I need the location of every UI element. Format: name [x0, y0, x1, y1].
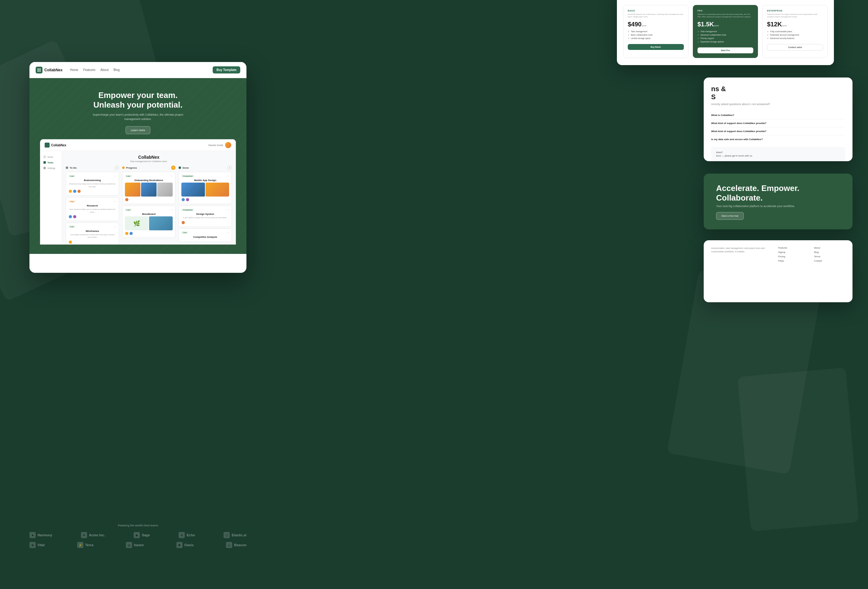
todo-card-3-header: Low ··· — [68, 225, 116, 229]
img-part-3 — [157, 183, 173, 196]
faq-question-2[interactable]: What kind of support does CollabNex prov… — [711, 122, 845, 125]
done-card-2-desc: It just needs to adopt the UI from what … — [182, 216, 229, 219]
main-website-card: CollabNex Home Features About Blog Buy T… — [30, 62, 247, 273]
nav-about[interactable]: About — [100, 68, 108, 72]
todo-add-button[interactable]: + — [115, 165, 119, 170]
logo-icon — [35, 66, 43, 74]
plan-pro-label: Pro — [698, 10, 754, 12]
todo-card-1-menu[interactable]: ··· — [114, 174, 116, 178]
app-main-content: CollabNex Task management for CollabNex … — [62, 151, 236, 245]
todo-card-3-desc: Low fidelity wireframes include the most… — [68, 233, 116, 239]
nav-blog[interactable]: Blog — [114, 68, 120, 72]
done-card-3-title: Competitor Analysis — [182, 236, 229, 238]
faq-contact-box: listed?tions — please get in touch with … — [711, 147, 845, 161]
sidebar-tasks[interactable]: Tasks — [40, 159, 62, 165]
brand-beacon: ◇ Beacon — [226, 542, 247, 548]
faq-item-4[interactable]: Is my data safe and secure with CollabNe… — [711, 136, 845, 143]
acme-name: Acme Inc. — [89, 533, 105, 537]
done-card-2-avatars — [182, 221, 229, 224]
brands-label: Powering the world's best teams — [30, 524, 247, 527]
progress-card-2-header: Low ··· — [125, 208, 173, 211]
footer-pricing-link[interactable]: Pricing — [778, 255, 809, 258]
buy-template-button[interactable]: Buy Template — [213, 66, 240, 74]
faq-section-subtitle: nmonly asked questions about n not answe… — [711, 102, 779, 106]
progress-header: Progress 4 — [122, 165, 176, 170]
hero-section: Empower your team. Unleash your potentia… — [30, 78, 247, 254]
done-card-1: Completed ··· Mobile App Design — [179, 172, 232, 204]
todo-card-2-menu[interactable]: ··· — [114, 200, 116, 203]
buy-basic-button[interactable]: Buy Basic — [628, 44, 684, 50]
nav-home[interactable]: Home — [70, 68, 78, 72]
progress-card-2: Low ··· Moodboard 🌿 — [122, 205, 176, 238]
avatar — [182, 198, 185, 202]
haven-name: haven — [134, 543, 144, 547]
todo-card-1-avatars — [68, 189, 116, 193]
start-pro-button[interactable]: Start Pro — [698, 47, 754, 53]
faq-question-4[interactable]: Is my data safe and secure with CollabNe… — [711, 138, 845, 141]
nav-features[interactable]: Features — [83, 68, 95, 72]
footer-faqs-link[interactable]: FAQs — [778, 260, 809, 262]
plan-pro: Pro Tailored for expanding teams and mid… — [693, 5, 758, 58]
faq-item-1[interactable]: What is CollabNex? — [711, 111, 845, 120]
progress-card-1: Low ··· Onboarding Illustrations — [122, 172, 176, 204]
brand-oasis: ❖ Oasis — [176, 542, 194, 548]
progress-card-2-tag: Low — [125, 209, 132, 211]
progress-title-wrap: Progress — [122, 167, 137, 169]
elastic-icon: ⬡ — [223, 532, 230, 538]
done-card-2-header: Completed ··· — [182, 208, 229, 211]
faq-contact-text: listed?tions — please get in touch with … — [716, 151, 840, 158]
plan-basic: Basic Essential features for small teams… — [623, 5, 688, 58]
faq-item-3[interactable]: What kind of support does CollabNex prov… — [711, 127, 845, 136]
kanban-done: Done + Completed ··· Mobile App Design — [179, 165, 232, 245]
sidebar-home[interactable]: Home — [40, 154, 62, 159]
faq-question-1[interactable]: What is CollabNex? — [711, 114, 845, 117]
todo-card-3: Low ··· Wireframes Low fidelity wirefram… — [66, 223, 119, 245]
plan-enterprise-desc: Tailored solutions for large enterprises… — [767, 13, 823, 18]
progress-card-1-menu[interactable]: ··· — [170, 174, 173, 178]
todo-card-2-title: Research — [68, 204, 116, 207]
done-add-button[interactable]: + — [227, 165, 232, 170]
footer-features-link[interactable]: Features — [778, 247, 809, 249]
img-part-1 — [182, 183, 205, 196]
done-card-1-avatars — [182, 198, 229, 202]
done-card-2-menu[interactable]: ··· — [227, 208, 229, 211]
footer-blog-link[interactable]: Blog — [814, 251, 845, 254]
done-dot — [179, 167, 181, 169]
cta-subtitle: Your next big collaborative platform to … — [716, 205, 840, 208]
todo-card-3-menu[interactable]: ··· — [114, 225, 116, 229]
avatar — [73, 189, 77, 193]
avatar — [186, 198, 189, 202]
footer-about-link[interactable]: About — [814, 247, 845, 249]
progress-card-2-menu[interactable]: ··· — [170, 208, 173, 211]
todo-card-1-header: Low ··· — [68, 174, 116, 178]
harmony-icon: ♦ — [30, 532, 35, 538]
done-card-1-menu[interactable]: ··· — [227, 174, 229, 178]
sidebar-settings[interactable]: Settings — [40, 165, 62, 171]
plan-enterprise-price: $12K/year — [767, 21, 823, 28]
app-header: CollabNex Rachel Smith — [40, 140, 236, 151]
terra-name: Terra — [85, 543, 94, 547]
footer-terms-link[interactable]: Terms — [814, 255, 845, 258]
plan-basic-label: Basic — [628, 10, 684, 12]
done-card-1-header: Completed ··· — [182, 174, 229, 178]
progress-count: 4 — [171, 165, 176, 170]
img-part-2 — [141, 183, 156, 196]
done-card-3-menu[interactable]: ··· — [227, 231, 229, 234]
faq-question-3[interactable]: What kind of support does CollabNex prov… — [711, 130, 845, 133]
start-trial-button[interactable]: Start a free trial — [716, 212, 744, 220]
footer-signup-link[interactable]: Signup — [778, 251, 809, 254]
todo-card-1: Low ··· Brainstorming Brainstorming brin… — [66, 172, 119, 196]
learn-more-button[interactable]: Learn more — [125, 126, 151, 134]
echo-name: Echo — [187, 533, 195, 537]
contact-sales-button[interactable]: Contact sales — [767, 44, 823, 50]
sage-name: Sage — [142, 533, 150, 537]
faq-item-2[interactable]: What kind of support does CollabNex prov… — [711, 120, 845, 127]
plan-basic-desc: Essential features for small teams, incl… — [628, 13, 684, 18]
todo-card-2: High ··· Research User research helps yo… — [66, 197, 119, 221]
svg-rect-0 — [37, 68, 39, 70]
todo-header: To Do + — [66, 165, 119, 170]
logo-text: CollabNex — [44, 68, 63, 72]
footer-contact-link[interactable]: Contact — [814, 260, 845, 262]
progress-dot — [122, 167, 125, 169]
vital-name: Vital — [37, 543, 45, 547]
